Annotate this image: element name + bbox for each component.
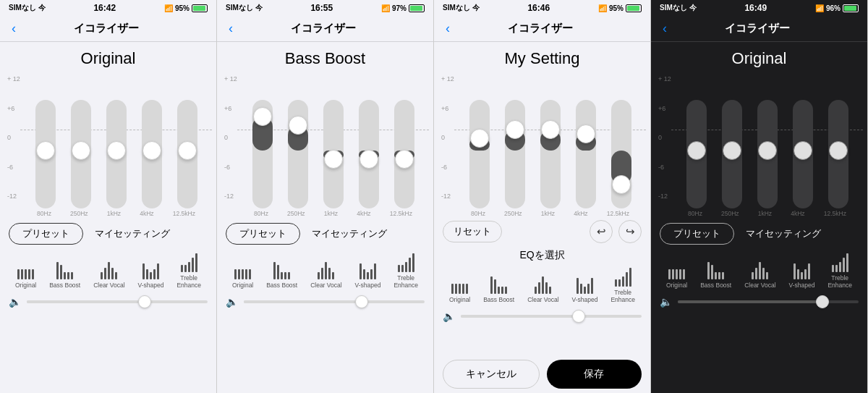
freq-label-0: 80Hz bbox=[471, 210, 485, 217]
status-time: 16:55 bbox=[310, 3, 333, 13]
slider-track-4[interactable] bbox=[828, 100, 848, 208]
slider-thumb-4[interactable] bbox=[395, 150, 414, 169]
mini-bar-2-4 bbox=[332, 272, 334, 279]
preset-item-4[interactable]: Treble Enhance bbox=[827, 252, 852, 289]
preset-item-1[interactable]: Bass Boost bbox=[700, 259, 731, 289]
mini-bar-2-0 bbox=[752, 272, 754, 279]
slider-thumb-2[interactable] bbox=[758, 141, 777, 160]
preset-item-2[interactable]: Clear Vocal bbox=[93, 259, 124, 289]
preset-button[interactable]: プリセット bbox=[660, 223, 734, 245]
volume-thumb[interactable] bbox=[138, 295, 151, 308]
slider-thumb-0[interactable] bbox=[253, 107, 272, 126]
slider-thumb-4[interactable] bbox=[178, 141, 197, 160]
status-left: SIMなし 今 bbox=[660, 3, 697, 13]
preset-item-0[interactable]: Original bbox=[15, 259, 36, 289]
back-button[interactable]: ‹ bbox=[663, 21, 667, 36]
slider-track-4[interactable] bbox=[611, 100, 631, 208]
slider-track-2[interactable] bbox=[106, 100, 127, 208]
slider-thumb-0[interactable] bbox=[470, 129, 489, 148]
phone-screen-screen4: SIMなし 今 16:49 📶 96% ‹ イコライザー Original+ 1… bbox=[651, 0, 868, 393]
preset-item-4[interactable]: Treble Enhance bbox=[176, 252, 201, 289]
slider-thumb-3[interactable] bbox=[142, 141, 161, 160]
slider-track-3[interactable] bbox=[142, 100, 162, 208]
volume-track[interactable] bbox=[678, 300, 859, 303]
preset-item-3[interactable]: V-shaped bbox=[789, 259, 815, 289]
slider-track-2[interactable] bbox=[757, 100, 778, 208]
preset-item-2[interactable]: Clear Vocal bbox=[310, 259, 341, 289]
slider-track-0[interactable] bbox=[252, 100, 273, 208]
status-right: 📶 95% bbox=[598, 4, 642, 12]
slider-thumb-1[interactable] bbox=[506, 120, 524, 139]
mini-bar-1-0 bbox=[490, 276, 493, 294]
preset-item-0[interactable]: Original bbox=[449, 274, 470, 303]
cancel-button[interactable]: キャンセル bbox=[443, 360, 540, 389]
slider-thumb-1[interactable] bbox=[72, 141, 90, 160]
undo-button[interactable]: ↩ bbox=[590, 220, 613, 243]
mini-bar-3-3 bbox=[153, 269, 156, 279]
preset-item-4[interactable]: Treble Enhance bbox=[393, 252, 418, 289]
slider-thumb-4[interactable] bbox=[829, 141, 848, 160]
slider-track-1[interactable] bbox=[505, 100, 525, 208]
slider-track-4[interactable] bbox=[177, 100, 197, 208]
preset-item-4[interactable]: Treble Enhance bbox=[610, 266, 635, 303]
reset-button[interactable]: リセット bbox=[443, 221, 502, 242]
slider-thumb-3[interactable] bbox=[359, 150, 378, 169]
slider-track-1[interactable] bbox=[722, 100, 742, 208]
slider-track-1[interactable] bbox=[71, 100, 91, 208]
volume-track[interactable] bbox=[461, 315, 642, 318]
slider-track-0[interactable] bbox=[469, 100, 490, 208]
slider-thumb-3[interactable] bbox=[793, 141, 812, 160]
slider-thumb-2[interactable] bbox=[541, 120, 560, 139]
status-left: SIMなし 今 bbox=[9, 3, 46, 13]
slider-track-3[interactable] bbox=[576, 100, 596, 208]
battery-percent: 95% bbox=[609, 4, 624, 12]
mini-bar-0-2 bbox=[242, 269, 244, 279]
volume-thumb[interactable] bbox=[816, 295, 829, 308]
mini-bar-0-0 bbox=[451, 284, 454, 294]
preset-item-1[interactable]: Bass Boost bbox=[49, 259, 80, 289]
slider-thumb-2[interactable] bbox=[107, 141, 126, 160]
preset-button[interactable]: プリセット bbox=[226, 223, 300, 245]
back-button[interactable]: ‹ bbox=[229, 21, 233, 36]
mini-bar-0-1 bbox=[672, 269, 674, 279]
preset-item-2[interactable]: Clear Vocal bbox=[527, 274, 558, 303]
redo-button[interactable]: ↪ bbox=[618, 220, 642, 243]
back-button[interactable]: ‹ bbox=[446, 21, 450, 36]
preset-item-2[interactable]: Clear Vocal bbox=[744, 259, 775, 289]
slider-track-3[interactable] bbox=[359, 100, 379, 208]
slider-track-1[interactable] bbox=[288, 100, 308, 208]
volume-track[interactable] bbox=[244, 300, 425, 303]
preset-item-3[interactable]: V-shaped bbox=[572, 274, 598, 303]
eq-slider-col-2 bbox=[106, 100, 127, 208]
mini-bar-2-2 bbox=[542, 276, 544, 294]
preset-item-1[interactable]: Bass Boost bbox=[266, 259, 297, 289]
freq-label-1: 250Hz bbox=[287, 210, 305, 217]
preset-item-3[interactable]: V-shaped bbox=[138, 259, 164, 289]
mini-bar-1-3 bbox=[718, 272, 720, 279]
mini-eq-1 bbox=[490, 274, 507, 294]
slider-thumb-3[interactable] bbox=[576, 124, 595, 143]
save-button[interactable]: 保存 bbox=[547, 360, 642, 389]
slider-track-2[interactable] bbox=[323, 100, 344, 208]
slider-track-2[interactable] bbox=[540, 100, 561, 208]
preset-button[interactable]: プリセット bbox=[9, 223, 83, 245]
preset-item-1[interactable]: Bass Boost bbox=[483, 274, 514, 303]
preset-item-0[interactable]: Original bbox=[666, 259, 687, 289]
slider-track-3[interactable] bbox=[793, 100, 813, 208]
slider-thumb-4[interactable] bbox=[612, 175, 631, 194]
slider-thumb-1[interactable] bbox=[723, 141, 741, 160]
slider-thumb-1[interactable] bbox=[289, 116, 307, 135]
slider-track-4[interactable] bbox=[394, 100, 414, 208]
slider-thumb-0[interactable] bbox=[687, 141, 706, 160]
slider-thumb-0[interactable] bbox=[36, 141, 55, 160]
slider-track-0[interactable] bbox=[35, 100, 56, 208]
preset-item-3[interactable]: V-shaped bbox=[355, 259, 381, 289]
volume-thumb[interactable] bbox=[355, 295, 368, 308]
nav-title: イコライザー bbox=[239, 22, 407, 35]
volume-track[interactable] bbox=[27, 300, 208, 303]
slider-thumb-2[interactable] bbox=[324, 150, 343, 169]
volume-thumb[interactable] bbox=[572, 310, 585, 323]
preset-item-0[interactable]: Original bbox=[232, 259, 253, 289]
back-button[interactable]: ‹ bbox=[12, 21, 16, 36]
slider-track-0[interactable] bbox=[686, 100, 707, 208]
